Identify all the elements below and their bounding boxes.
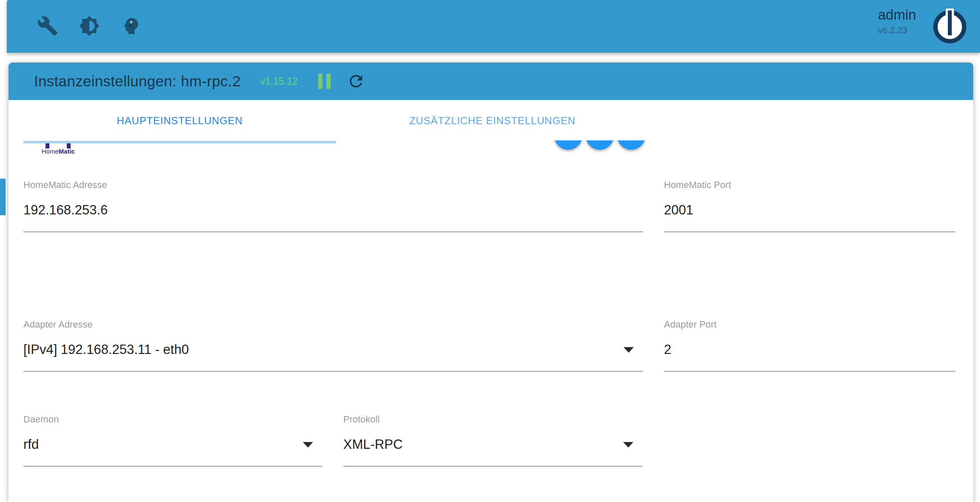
chevron-down-icon — [303, 442, 313, 448]
page-scrollbar-thumb[interactable] — [0, 179, 6, 215]
wrench-button[interactable] — [37, 15, 59, 37]
fab-button-1[interactable] — [554, 140, 582, 150]
tab-bar: HAUPTEINSTELLUNGEN ZUSÄTZLICHE EINSTELLU… — [23, 101, 649, 140]
fab-button-2[interactable] — [586, 140, 614, 150]
tab-zusaetzliche-einstellungen[interactable]: ZUSÄTZLICHE EINSTELLUNGEN — [336, 101, 649, 140]
tab-content: HomeMatic HomeMatic Adresse 192.168.253.… — [9, 140, 973, 502]
daemon-value[interactable]: rfd — [23, 437, 39, 452]
expert-mode-icon — [120, 15, 142, 38]
dialog-titlebar: Instanzeinstellungen: hm-rpc.2 v1.15.12 — [9, 63, 973, 100]
homematic-address-label: HomeMatic Adresse — [23, 180, 107, 191]
field-underline — [23, 231, 643, 232]
user-name: admin — [878, 7, 916, 23]
adapter-port-label: Adapter Port — [664, 319, 717, 330]
refresh-button[interactable] — [347, 72, 365, 91]
field-underline — [343, 466, 643, 467]
homematic-port-label: HomeMatic Port — [664, 180, 731, 191]
app-bar: admin v6.2.23 — [7, 0, 980, 53]
homematic-address-input[interactable]: 192.168.253.6 — [23, 203, 108, 218]
field-underline — [664, 371, 955, 372]
field-underline — [23, 371, 643, 372]
protocol-select[interactable]: Protokoll XML-RPC — [343, 414, 643, 470]
protocol-label: Protokoll — [343, 414, 380, 425]
homematic-logo-text: HomeMatic — [35, 148, 82, 154]
adapter-version-badge: v1.15.12 — [260, 76, 298, 87]
chevron-down-icon — [623, 442, 633, 448]
homematic-port-input[interactable]: 2001 — [664, 203, 693, 218]
adapter-port-input[interactable]: 2 — [664, 342, 671, 357]
daemon-select[interactable]: Daemon rfd — [23, 414, 322, 470]
adapter-address-select[interactable]: Adapter Adresse [IPv4] 192.168.253.11 - … — [23, 319, 643, 375]
homematic-address-field[interactable]: HomeMatic Adresse 192.168.253.6 — [23, 180, 643, 236]
homematic-port-field[interactable]: HomeMatic Port 2001 — [664, 180, 955, 236]
adapter-address-value[interactable]: [IPv4] 192.168.253.11 - eth0 — [23, 342, 189, 357]
active-tab-indicator — [23, 141, 336, 143]
pause-icon — [318, 74, 330, 89]
dialog-title: Instanzeinstellungen: hm-rpc.2 — [34, 73, 241, 90]
refresh-icon — [347, 86, 365, 92]
pause-button[interactable] — [318, 74, 330, 89]
wrench-icon — [37, 15, 58, 38]
admin-version: v6.2.23 — [878, 25, 916, 35]
instance-settings-dialog: Instanzeinstellungen: hm-rpc.2 v1.15.12 … — [9, 63, 973, 502]
user-info: admin v6.2.23 — [878, 7, 916, 35]
chevron-down-icon — [624, 347, 634, 353]
adapter-address-label: Adapter Adresse — [23, 319, 93, 330]
daemon-label: Daemon — [23, 414, 59, 425]
protocol-value[interactable]: XML-RPC — [343, 437, 403, 452]
iobroker-admin-screen: admin v6.2.23 Instanzeinstellungen: hm-r… — [0, 0, 980, 502]
toolbar-icons — [37, 15, 142, 37]
expert-mode-button[interactable] — [120, 15, 142, 37]
iobroker-logo-icon — [932, 9, 967, 43]
field-underline — [664, 231, 955, 232]
adapter-port-field[interactable]: Adapter Port 2 — [664, 319, 955, 375]
brightness-icon — [79, 15, 100, 38]
fab-button-3[interactable] — [617, 140, 645, 150]
field-underline — [23, 466, 322, 467]
tab-haupteinstellungen[interactable]: HAUPTEINSTELLUNGEN — [23, 101, 336, 140]
brightness-button[interactable] — [78, 15, 100, 37]
